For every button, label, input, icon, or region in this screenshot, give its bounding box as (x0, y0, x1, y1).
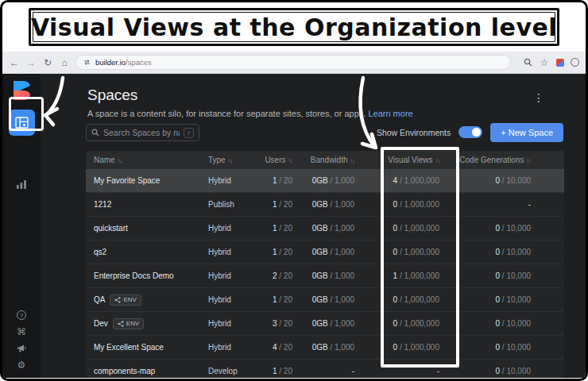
toolbar-right: ☆ (524, 58, 579, 67)
back-icon[interactable]: ← (9, 58, 20, 67)
search-box[interactable]: / (86, 124, 199, 141)
space-type-cell: Hybrid (208, 343, 256, 352)
col-header-visual-views[interactable]: Visual Views↑↓ (354, 156, 439, 164)
space-name-cell: components-map (94, 367, 208, 375)
url-bar[interactable]: builder.io/spaces (75, 55, 511, 70)
spaces-grid-icon (15, 117, 29, 129)
screenshot-frame: Visual Views at the Organization level ←… (0, 0, 588, 381)
table-row[interactable]: My Excellent Space Hybrid 4 / 20 0GB / 1… (86, 336, 564, 360)
table-row[interactable]: 1212 Publish 1 / 20 0GB / 1,000 0 / 1,00… (86, 193, 564, 217)
visual-views-cell: 0 / 1,000,000 (354, 295, 439, 304)
search-icon[interactable] (524, 58, 532, 67)
sort-icon[interactable]: ↑↓ (527, 157, 532, 164)
space-name: 1212 (94, 200, 111, 209)
controls-right: Show Environments + New Space (377, 122, 563, 142)
env-badge-label: ENV (123, 296, 136, 303)
home-icon[interactable]: ⌂ (59, 58, 70, 67)
extension-icon[interactable] (556, 59, 564, 67)
learn-more-link[interactable]: Learn more (368, 109, 412, 118)
sidebar-item-spaces[interactable] (9, 110, 35, 136)
space-name-cell: quickstart (94, 224, 208, 233)
annotation-title-box: Visual Views at the Organization level (29, 8, 559, 46)
table-row[interactable]: My Favorite Space Hybrid 1 / 20 0GB / 1,… (86, 169, 564, 193)
space-name: My Excellent Space (94, 343, 164, 352)
bandwidth-cell: 0GB / 1,000 (292, 271, 354, 280)
col-header-type[interactable]: Type↑↓ (208, 156, 256, 164)
code-generations-cell: 0 / 10,000 (439, 343, 531, 352)
annotation-strip: Visual Views at the Organization level (2, 2, 586, 52)
share-env-icon (118, 321, 124, 327)
bar-chart-icon (16, 179, 27, 189)
visual-views-cell: - (354, 367, 439, 375)
table-row[interactable]: quickstart Hybrid 1 / 20 0GB / 1,000 0 /… (86, 217, 564, 241)
users-cell: 1 / 20 (256, 224, 292, 233)
users-cell: 1 / 20 (256, 295, 292, 304)
page-description: A space is a content silo, for instance … (87, 109, 413, 118)
visual-views-cell: 0 / 1,000,000 (354, 343, 439, 352)
space-name: components-map (94, 367, 155, 375)
kebab-menu-icon[interactable]: ⋮ (533, 91, 544, 104)
users-cell: 4 / 20 (256, 343, 292, 352)
code-generations-cell: 0 / 10,000 (439, 319, 531, 328)
swap-arrows-icon (83, 59, 91, 66)
search-icon (91, 129, 99, 137)
browser-toolbar: ← → ↻ ⌂ builder.io/spaces ☆ (2, 52, 586, 74)
space-name-cell: Dev ENV (94, 318, 208, 329)
url-text: builder.io/spaces (95, 58, 152, 67)
page-title: Spaces (87, 87, 137, 104)
bandwidth-cell: 0GB / 1,000 (292, 248, 354, 256)
command-icon[interactable]: ⌘ (17, 327, 26, 337)
visual-views-cell: 1 / 1,000,000 (354, 271, 439, 280)
table-row[interactable]: Enterprise Docs Demo Hybrid 2 / 20 0GB /… (86, 264, 564, 288)
visual-views-cell: 0 / 1,000,000 (354, 200, 439, 209)
builder-logo[interactable] (12, 80, 32, 101)
sort-icon[interactable]: ↑↓ (228, 157, 233, 164)
megaphone-icon[interactable] (17, 344, 27, 353)
table-row[interactable]: qs2 Hybrid 1 / 20 0GB / 1,000 0 / 1,000,… (86, 241, 564, 264)
shortcut-badge: / (184, 128, 194, 138)
settings-gear-icon[interactable]: ⚙ (17, 360, 26, 370)
code-generations-cell: 0 / 10,000 (439, 224, 531, 233)
sidebar-item-analytics[interactable] (9, 171, 35, 197)
space-name: My Favorite Space (94, 176, 160, 185)
code-generations-cell: 0 / 10,000 (439, 295, 531, 304)
col-header-code-generations[interactable]: Code Generations↑↓ (439, 156, 531, 164)
col-header-name[interactable]: Name↑↓ (94, 156, 208, 164)
forward-icon[interactable]: → (25, 58, 37, 67)
col-header-bandwidth[interactable]: Bandwidth↑↓ (292, 156, 354, 164)
bandwidth-cell: 0GB / 1,000 (292, 224, 354, 233)
help-icon[interactable]: ? (17, 310, 26, 320)
code-generations-cell: 0 / 10,000 (439, 176, 531, 185)
url-path: /spaces (126, 58, 152, 67)
space-name: QA (94, 295, 105, 304)
table-row[interactable]: Dev ENV Hybrid 3 / 20 0GB / 1,000 0 / 1,… (86, 312, 564, 336)
table-body: My Favorite Space Hybrid 1 / 20 0GB / 1,… (86, 169, 564, 378)
search-input[interactable] (103, 128, 180, 137)
toggle-knob (472, 128, 481, 137)
new-space-button[interactable]: + New Space (490, 123, 563, 142)
url-host: builder.io (95, 58, 126, 67)
reload-icon[interactable]: ↻ (42, 58, 53, 67)
space-type-cell: Hybrid (208, 319, 256, 328)
show-environments-toggle[interactable] (458, 126, 482, 138)
space-name: Dev (94, 319, 108, 328)
space-name: qs2 (94, 248, 106, 256)
sidebar: ? ⌘ ⚙ (2, 74, 41, 378)
code-generations-cell: - (439, 200, 531, 209)
env-badge: ENV (113, 318, 144, 329)
share-env-icon (114, 297, 121, 303)
env-badge: ENV (110, 294, 141, 306)
table-row[interactable]: components-map Develop 1 / 20 - - 0 / 10… (86, 360, 564, 378)
profile-icon[interactable] (571, 58, 579, 67)
sort-icon[interactable]: ↑↓ (118, 157, 122, 164)
space-type-cell: Hybrid (208, 271, 256, 280)
bookmark-star-icon[interactable]: ☆ (539, 58, 550, 67)
bandwidth-cell: - (292, 367, 354, 375)
space-type-cell: Hybrid (208, 295, 256, 304)
bandwidth-cell: 0GB / 1,000 (292, 176, 354, 185)
space-name-cell: Enterprise Docs Demo (94, 271, 208, 280)
sidebar-bottom: ? ⌘ ⚙ (17, 310, 27, 378)
users-cell: 1 / 20 (256, 248, 292, 256)
col-header-users[interactable]: Users↑↓ (256, 156, 292, 164)
table-row[interactable]: QA ENV Hybrid 1 / 20 0GB / 1,000 0 / 1,0… (86, 288, 564, 312)
